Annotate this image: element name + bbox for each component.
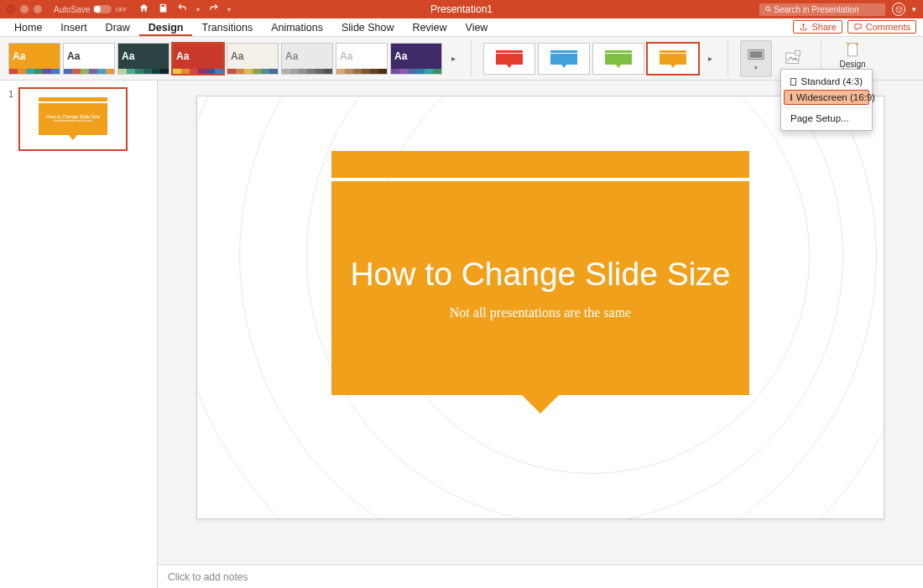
- svg-rect-4: [496, 50, 523, 53]
- comment-icon: [853, 23, 863, 32]
- tab-draw[interactable]: Draw: [96, 22, 139, 36]
- search-box[interactable]: [759, 3, 885, 16]
- tab-transitions[interactable]: Transitions: [192, 22, 262, 36]
- quick-access-toolbar: ▾ ▾: [138, 3, 231, 16]
- slide-size-standard[interactable]: Standard (4:3): [784, 74, 869, 89]
- theme-color-strip: [227, 69, 278, 74]
- theme-color-strip: [118, 69, 169, 74]
- account-button[interactable]: [892, 3, 905, 16]
- autosave-toggle[interactable]: AutoSave OFF: [54, 5, 127, 14]
- qat-customize-icon[interactable]: ▾: [227, 6, 231, 13]
- search-input[interactable]: [772, 4, 880, 15]
- theme-thumb-6[interactable]: Aa: [336, 43, 388, 75]
- svg-point-2: [897, 8, 898, 9]
- svg-rect-13: [660, 50, 686, 53]
- notes-pane[interactable]: Click to add notes: [158, 565, 923, 588]
- svg-rect-19: [795, 50, 800, 55]
- undo-icon[interactable]: [177, 3, 188, 16]
- svg-rect-5: [496, 54, 523, 65]
- zoom-window-button[interactable]: [34, 5, 42, 13]
- theme-color-strip: [282, 69, 332, 74]
- theme-thumb-7[interactable]: Aa: [390, 43, 442, 75]
- tab-slideshow[interactable]: Slide Show: [332, 22, 404, 36]
- slide-size-menu: Standard (4:3) Widescreen (16:9) Page Se…: [780, 69, 873, 131]
- redo-icon[interactable]: [208, 3, 219, 16]
- aspect-16-9-icon: [790, 94, 792, 101]
- svg-rect-7: [550, 50, 577, 53]
- theme-preview: Aa: [336, 44, 387, 69]
- more-variants-button[interactable]: ▸: [704, 54, 716, 63]
- title-callout-shape[interactable]: How to Change Slide Size Not all present…: [331, 181, 749, 395]
- home-icon[interactable]: [138, 3, 149, 16]
- tab-view[interactable]: View: [456, 22, 498, 36]
- svg-marker-6: [507, 65, 512, 68]
- slide-thumbnail[interactable]: How to Change Slide Size Not all present…: [18, 87, 128, 151]
- theme-preview: Aa: [9, 44, 60, 69]
- theme-preview: Aa: [64, 44, 114, 69]
- comments-button[interactable]: Comments: [847, 20, 916, 34]
- variant-thumb-0[interactable]: [483, 43, 535, 75]
- minimize-window-button[interactable]: [20, 5, 29, 13]
- svg-rect-20: [848, 44, 858, 56]
- theme-color-strip: [173, 69, 223, 74]
- slide-number: 1: [8, 87, 13, 151]
- aspect-4-3-icon: [790, 78, 796, 86]
- theme-thumb-5[interactable]: Aa: [281, 43, 333, 75]
- menu-separator: [781, 107, 872, 108]
- theme-color-strip: [9, 69, 60, 74]
- slide-subtitle[interactable]: Not all presentations are the same: [450, 306, 631, 320]
- theme-thumb-1[interactable]: Aa: [63, 43, 115, 75]
- design-ideas-icon: [843, 41, 862, 60]
- theme-color-strip: [336, 69, 387, 74]
- slide-size-widescreen[interactable]: Widescreen (16:9): [784, 90, 869, 105]
- theme-thumb-0[interactable]: Aa: [8, 43, 60, 75]
- slide-size-page-setup[interactable]: Page Setup...: [784, 111, 869, 126]
- chevron-down-icon: ▾: [754, 65, 758, 71]
- theme-thumb-4[interactable]: Aa: [227, 43, 279, 75]
- theme-thumb-3[interactable]: Aa: [172, 43, 224, 75]
- variant-thumb-1[interactable]: [538, 43, 590, 75]
- svg-marker-9: [561, 65, 566, 68]
- autosave-switch[interactable]: [93, 5, 112, 13]
- share-button[interactable]: Share: [793, 20, 842, 34]
- tab-design[interactable]: Design: [139, 22, 193, 36]
- variant-thumb-2[interactable]: [592, 43, 644, 75]
- theme-thumb-2[interactable]: Aa: [117, 43, 169, 75]
- variant-thumb-3[interactable]: [647, 43, 699, 75]
- ribbon-tabs: Home Insert Draw Design Transitions Anim…: [0, 18, 923, 37]
- close-window-button[interactable]: [7, 5, 15, 13]
- theme-color-strip: [391, 69, 441, 74]
- slide-size-button[interactable]: ▾: [740, 40, 772, 77]
- svg-rect-10: [605, 50, 632, 53]
- slide-canvas[interactable]: How to Change Slide Size Not all present…: [158, 81, 923, 565]
- tab-animations[interactable]: Animations: [262, 22, 332, 36]
- tab-insert[interactable]: Insert: [51, 22, 96, 36]
- save-icon[interactable]: [158, 3, 169, 16]
- ribbon-separator: [727, 40, 728, 77]
- variants-gallery: [483, 43, 699, 75]
- undo-dropdown-icon[interactable]: ▾: [196, 6, 200, 13]
- slide-thumbnail-row[interactable]: 1 How to Change Slide Size Not all prese…: [8, 87, 149, 151]
- more-themes-button[interactable]: ▸: [447, 54, 459, 63]
- variant-shape: [601, 49, 636, 68]
- theme-preview: Aa: [118, 44, 169, 69]
- account-chevron-icon[interactable]: ▾: [912, 5, 916, 13]
- variant-shape: [546, 49, 581, 68]
- format-background-icon: [784, 49, 802, 68]
- main-area: 1 How to Change Slide Size Not all prese…: [0, 81, 923, 588]
- search-icon: [764, 5, 772, 13]
- slide-title[interactable]: How to Change Slide Size: [350, 257, 730, 293]
- tab-home[interactable]: Home: [5, 22, 51, 36]
- slide[interactable]: How to Change Slide Size Not all present…: [196, 96, 884, 519]
- account-icon: [895, 6, 903, 13]
- thumb-subtitle: Not all presentations are the same: [54, 119, 92, 122]
- svg-rect-14: [660, 54, 686, 65]
- theme-preview: Aa: [227, 44, 278, 69]
- svg-point-1: [895, 6, 902, 13]
- svg-rect-8: [550, 54, 577, 65]
- svg-marker-15: [670, 65, 675, 68]
- design-ribbon: AaAaAaAaAaAaAaAa ▸ ▸ ▾ Design Ideas Stan…: [0, 37, 923, 81]
- theme-color-strip: [64, 69, 114, 74]
- slide-panel: 1 How to Change Slide Size Not all prese…: [0, 81, 158, 588]
- tab-review[interactable]: Review: [404, 22, 456, 36]
